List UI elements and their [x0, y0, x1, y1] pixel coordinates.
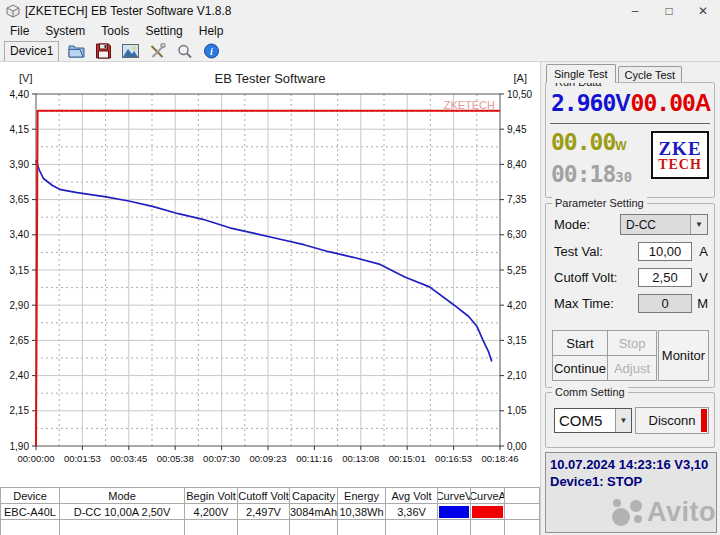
parameter-setting-group: Parameter Setting Mode: D-CC ▼ Test Val:… [545, 203, 715, 388]
cutoff-volt-label: Cutoff Volt: [554, 270, 638, 285]
table-cell: D-CC 10,00A 2,50V [60, 504, 185, 520]
current-display: 00.00A [631, 90, 712, 117]
run-data-separator [550, 123, 710, 124]
monitor-button[interactable]: Monitor [658, 330, 709, 381]
cutoff-volt-input[interactable]: 2,50 [638, 268, 692, 287]
menu-bar: FileSystemToolsSettingHelp [0, 22, 720, 40]
curve-color-swatch [471, 504, 505, 520]
results-table: DeviceModeBegin VoltCutoff VoltCapacityE… [0, 487, 540, 535]
chevron-down-icon[interactable]: ▼ [690, 215, 707, 234]
table-row[interactable]: EBC-A40LD-CC 10,00A 2,50V4,200V2,497V308… [1, 504, 540, 520]
table-cell: 2,497V [238, 504, 290, 520]
curve-color-swatch [438, 504, 471, 520]
start-button[interactable]: Start [552, 330, 608, 356]
save-icon[interactable] [93, 42, 113, 60]
tab-single-test[interactable]: Single Test [546, 64, 616, 83]
x-axis-tick-label: 00:03:45 [110, 453, 147, 464]
x-axis-tick-label: 00:13:08 [342, 453, 379, 464]
x-axis-tick-label: 00:07:30 [203, 453, 240, 464]
right-panel: Single TestCycle Test Run Data 2.960V 00… [540, 62, 720, 535]
x-axis-tick-label: 00:01:53 [64, 453, 101, 464]
avito-watermark: Avito [609, 496, 716, 528]
right-axis-tick-label: 2,10 [507, 370, 527, 381]
stop-button[interactable]: Stop [607, 330, 657, 356]
voltage-display: 2.960V [551, 90, 631, 117]
voltage-curve [36, 160, 492, 361]
continue-button[interactable]: Continue [552, 355, 608, 381]
connection-status-indicator [701, 409, 707, 432]
tab-cycle-test[interactable]: Cycle Test [618, 66, 683, 83]
table-cell [386, 520, 438, 535]
x-axis-tick-label: 00:15:01 [389, 453, 426, 464]
left-axis-tick-label: 2,40 [10, 370, 30, 381]
app-icon [6, 4, 20, 18]
status-log: 10.07.2024 14:23:16 V3,10 Device1: STOP … [545, 452, 717, 533]
right-axis-tick-label: 1,05 [507, 405, 527, 416]
table-cell [505, 520, 540, 535]
column-header: Device [1, 488, 60, 504]
left-axis-tick-label: 2,65 [10, 335, 30, 346]
toolbar: Device1 i [0, 40, 720, 62]
zketech-chart-watermark: ZKETECH [444, 99, 495, 111]
column-header: CurveA [471, 488, 505, 504]
test-val-input[interactable]: 10,00 [638, 242, 692, 261]
log-line-timestamp: 10.07.2024 14:23:16 V3,10 [550, 456, 712, 473]
table-cell [238, 520, 290, 535]
table-header-row: DeviceModeBegin VoltCutoff VoltCapacityE… [1, 488, 540, 504]
info-icon[interactable]: i [201, 42, 221, 60]
avito-logo-icon [609, 496, 647, 528]
disconnect-button[interactable]: Disconn [635, 407, 709, 434]
minimize-button[interactable]: – [618, 0, 652, 22]
chevron-down-icon[interactable]: ▼ [615, 409, 631, 432]
menu-tools[interactable]: Tools [93, 23, 137, 39]
left-axis-tick-label: 3,65 [10, 194, 30, 205]
right-axis-tick-label: 8,40 [507, 159, 527, 170]
x-axis-tick-label: 00:00:00 [18, 453, 55, 464]
table-cell [1, 520, 60, 535]
table-cell [60, 520, 185, 535]
table-cell: 3,36V [386, 504, 438, 520]
right-axis-tick-label: 0,00 [507, 441, 527, 452]
x-axis-tick-label: 00:18:46 [482, 453, 519, 464]
table-cell: 3084mAh [290, 504, 338, 520]
title-bar: [ZKETECH] EB Tester Software V1.8.8 – □ … [0, 0, 720, 22]
left-axis-tick-label: 2,15 [10, 405, 30, 416]
x-axis-tick-label: 00:09:23 [250, 453, 287, 464]
table-row[interactable] [1, 520, 540, 535]
power-display: 00.00W [551, 129, 627, 156]
discharge-chart: 00:00:0000:01:5300:03:4500:05:3800:07:30… [0, 62, 540, 487]
column-header [505, 488, 540, 504]
max-time-input[interactable]: 0 [638, 294, 692, 313]
menu-system[interactable]: System [37, 23, 93, 39]
right-axis-tick-label: 4,20 [507, 300, 527, 311]
table-cell: 4,200V [185, 504, 238, 520]
column-header: CurveV [438, 488, 471, 504]
chart-panel: EB Tester Software [V] [A] 00:00:0000:01… [0, 62, 540, 487]
maximize-button[interactable]: □ [652, 0, 686, 22]
column-header: Begin Volt [185, 488, 238, 504]
adjust-button[interactable]: Adjust [607, 355, 657, 381]
zoom-icon[interactable] [174, 42, 194, 60]
menu-setting[interactable]: Setting [137, 23, 190, 39]
image-export-icon[interactable] [120, 42, 140, 60]
right-axis-tick-label: 5,25 [507, 265, 527, 276]
close-button[interactable]: ✕ [686, 0, 720, 22]
left-axis-tick-label: 4,40 [10, 89, 30, 100]
menu-file[interactable]: File [2, 23, 37, 39]
column-header: Cutoff Volt [238, 488, 290, 504]
right-axis-tick-label: 10,50 [507, 89, 532, 100]
test-val-unit: A [692, 244, 708, 259]
parameter-setting-legend: Parameter Setting [552, 197, 647, 209]
device-tab[interactable]: Device1 [4, 41, 59, 61]
menu-help[interactable]: Help [191, 23, 232, 39]
left-axis-tick-label: 2,90 [10, 300, 30, 311]
mode-select[interactable]: D-CC ▼ [620, 214, 708, 235]
table-cell [290, 520, 338, 535]
right-axis-tick-label: 6,30 [507, 229, 527, 240]
table-cell: EBC-A40L [1, 504, 60, 520]
window-title: [ZKETECH] EB Tester Software V1.8.8 [25, 4, 232, 18]
open-folder-icon[interactable] [66, 42, 86, 60]
tools-icon[interactable] [147, 42, 167, 60]
com-port-select[interactable]: COM5 ▼ [554, 408, 632, 433]
comm-setting-group: Comm Setting COM5 ▼ Disconn [545, 392, 715, 448]
